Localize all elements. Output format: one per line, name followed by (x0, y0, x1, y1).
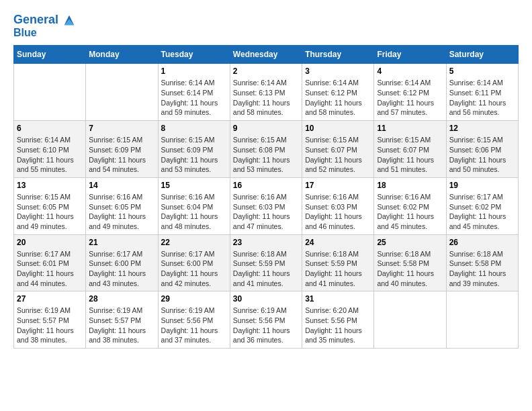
calendar-week-row: 20Sunrise: 6:17 AM Sunset: 6:01 PM Dayli… (14, 234, 519, 291)
calendar-cell: 23Sunrise: 6:18 AM Sunset: 5:59 PM Dayli… (230, 234, 302, 291)
calendar-cell: 4Sunrise: 6:14 AM Sunset: 6:12 PM Daylig… (374, 64, 446, 121)
day-number: 28 (89, 294, 154, 304)
day-number: 7 (89, 124, 154, 133)
calendar-cell: 7Sunrise: 6:15 AM Sunset: 6:09 PM Daylig… (86, 121, 158, 178)
day-number: 15 (161, 181, 227, 190)
calendar-cell: 21Sunrise: 6:17 AM Sunset: 6:00 PM Dayli… (86, 234, 158, 291)
day-info: Sunrise: 6:18 AM Sunset: 5:58 PM Dayligh… (377, 249, 443, 289)
calendar-cell: 24Sunrise: 6:18 AM Sunset: 5:59 PM Dayli… (302, 234, 374, 291)
calendar-cell: 12Sunrise: 6:15 AM Sunset: 6:06 PM Dayli… (446, 121, 518, 178)
day-number: 2 (233, 66, 299, 76)
calendar-week-row: 13Sunrise: 6:15 AM Sunset: 6:05 PM Dayli… (14, 177, 519, 234)
day-info: Sunrise: 6:15 AM Sunset: 6:07 PM Dayligh… (305, 135, 371, 175)
calendar-cell: 30Sunrise: 6:19 AM Sunset: 5:56 PM Dayli… (230, 291, 302, 349)
calendar-header-cell: Monday (86, 46, 158, 64)
calendar-cell: 31Sunrise: 6:20 AM Sunset: 5:56 PM Dayli… (302, 291, 374, 349)
calendar-cell: 8Sunrise: 6:15 AM Sunset: 6:09 PM Daylig… (158, 121, 230, 178)
calendar-cell: 28Sunrise: 6:19 AM Sunset: 5:57 PM Dayli… (86, 291, 158, 349)
calendar-body: 1Sunrise: 6:14 AM Sunset: 6:14 PM Daylig… (14, 64, 519, 349)
calendar-header-cell: Saturday (446, 46, 518, 64)
calendar-header-cell: Wednesday (230, 46, 302, 64)
calendar-header-cell: Tuesday (158, 46, 230, 64)
day-number: 18 (377, 181, 443, 190)
day-number: 12 (449, 124, 515, 133)
day-info: Sunrise: 6:19 AM Sunset: 5:57 PM Dayligh… (89, 306, 154, 345)
day-info: Sunrise: 6:16 AM Sunset: 6:03 PM Dayligh… (233, 192, 299, 232)
calendar-header-row: SundayMondayTuesdayWednesdayThursdayFrid… (14, 46, 519, 64)
day-info: Sunrise: 6:17 AM Sunset: 6:01 PM Dayligh… (17, 249, 83, 289)
calendar-cell: 10Sunrise: 6:15 AM Sunset: 6:07 PM Dayli… (302, 121, 374, 178)
calendar-cell: 29Sunrise: 6:19 AM Sunset: 5:56 PM Dayli… (158, 291, 230, 349)
day-number: 20 (17, 238, 83, 247)
day-info: Sunrise: 6:16 AM Sunset: 6:03 PM Dayligh… (305, 192, 371, 232)
calendar-cell: 5Sunrise: 6:14 AM Sunset: 6:11 PM Daylig… (446, 64, 518, 121)
svg-marker-1 (64, 19, 74, 25)
day-info: Sunrise: 6:14 AM Sunset: 6:12 PM Dayligh… (377, 78, 443, 118)
calendar-cell: 17Sunrise: 6:16 AM Sunset: 6:03 PM Dayli… (302, 177, 374, 234)
day-info: Sunrise: 6:15 AM Sunset: 6:05 PM Dayligh… (17, 192, 83, 232)
day-number: 31 (305, 294, 371, 304)
logo-blue: Blue (13, 27, 75, 39)
day-number: 4 (377, 66, 443, 76)
logo: General Blue (13, 13, 75, 38)
day-info: Sunrise: 6:17 AM Sunset: 6:02 PM Dayligh… (449, 192, 515, 232)
day-info: Sunrise: 6:15 AM Sunset: 6:09 PM Dayligh… (161, 135, 227, 175)
calendar-cell: 20Sunrise: 6:17 AM Sunset: 6:01 PM Dayli… (14, 234, 86, 291)
day-number: 21 (89, 238, 154, 247)
day-info: Sunrise: 6:14 AM Sunset: 6:10 PM Dayligh… (17, 135, 83, 175)
day-info: Sunrise: 6:18 AM Sunset: 5:59 PM Dayligh… (305, 249, 371, 289)
day-info: Sunrise: 6:14 AM Sunset: 6:14 PM Dayligh… (161, 78, 227, 118)
calendar-cell: 3Sunrise: 6:14 AM Sunset: 6:12 PM Daylig… (302, 64, 374, 121)
day-info: Sunrise: 6:16 AM Sunset: 6:05 PM Dayligh… (89, 192, 154, 232)
calendar-cell (446, 291, 518, 349)
day-info: Sunrise: 6:16 AM Sunset: 6:02 PM Dayligh… (377, 192, 443, 232)
day-number: 23 (233, 238, 299, 247)
calendar-cell: 19Sunrise: 6:17 AM Sunset: 6:02 PM Dayli… (446, 177, 518, 234)
calendar-table: SundayMondayTuesdayWednesdayThursdayFrid… (13, 45, 519, 349)
calendar-cell: 16Sunrise: 6:16 AM Sunset: 6:03 PM Dayli… (230, 177, 302, 234)
day-number: 30 (233, 294, 299, 304)
day-number: 11 (377, 124, 443, 133)
calendar-cell: 15Sunrise: 6:16 AM Sunset: 6:04 PM Dayli… (158, 177, 230, 234)
day-number: 22 (161, 238, 227, 247)
page-header: General Blue (13, 13, 519, 38)
logo-general: General (13, 13, 58, 26)
day-number: 19 (449, 181, 515, 190)
day-number: 14 (89, 181, 154, 190)
day-number: 17 (305, 181, 371, 190)
day-number: 16 (233, 181, 299, 190)
calendar-cell (14, 64, 86, 121)
day-info: Sunrise: 6:18 AM Sunset: 5:59 PM Dayligh… (233, 249, 299, 289)
day-number: 25 (377, 238, 443, 247)
logo-text: General (13, 13, 75, 27)
calendar-week-row: 1Sunrise: 6:14 AM Sunset: 6:14 PM Daylig… (14, 64, 519, 121)
day-info: Sunrise: 6:17 AM Sunset: 6:00 PM Dayligh… (161, 249, 227, 289)
day-number: 5 (449, 66, 515, 76)
day-number: 8 (161, 124, 227, 133)
calendar-cell: 18Sunrise: 6:16 AM Sunset: 6:02 PM Dayli… (374, 177, 446, 234)
day-number: 1 (161, 66, 227, 76)
day-info: Sunrise: 6:19 AM Sunset: 5:56 PM Dayligh… (161, 306, 227, 345)
day-info: Sunrise: 6:16 AM Sunset: 6:04 PM Dayligh… (161, 192, 227, 232)
calendar-cell: 2Sunrise: 6:14 AM Sunset: 6:13 PM Daylig… (230, 64, 302, 121)
calendar-cell: 25Sunrise: 6:18 AM Sunset: 5:58 PM Dayli… (374, 234, 446, 291)
day-info: Sunrise: 6:17 AM Sunset: 6:00 PM Dayligh… (89, 249, 154, 289)
calendar-cell: 13Sunrise: 6:15 AM Sunset: 6:05 PM Dayli… (14, 177, 86, 234)
logo-icon (63, 14, 75, 26)
day-info: Sunrise: 6:14 AM Sunset: 6:13 PM Dayligh… (233, 78, 299, 118)
calendar-cell: 26Sunrise: 6:18 AM Sunset: 5:58 PM Dayli… (446, 234, 518, 291)
day-number: 27 (17, 294, 83, 304)
day-info: Sunrise: 6:14 AM Sunset: 6:12 PM Dayligh… (305, 78, 371, 118)
day-number: 24 (305, 238, 371, 247)
calendar-header-cell: Sunday (14, 46, 86, 64)
calendar-cell: 6Sunrise: 6:14 AM Sunset: 6:10 PM Daylig… (14, 121, 86, 178)
day-info: Sunrise: 6:15 AM Sunset: 6:09 PM Dayligh… (89, 135, 154, 175)
calendar-cell: 1Sunrise: 6:14 AM Sunset: 6:14 PM Daylig… (158, 64, 230, 121)
calendar-week-row: 6Sunrise: 6:14 AM Sunset: 6:10 PM Daylig… (14, 121, 519, 178)
day-info: Sunrise: 6:19 AM Sunset: 5:57 PM Dayligh… (17, 306, 83, 345)
day-number: 26 (449, 238, 515, 247)
calendar-cell (86, 64, 158, 121)
calendar-header-cell: Friday (374, 46, 446, 64)
calendar-cell: 14Sunrise: 6:16 AM Sunset: 6:05 PM Dayli… (86, 177, 158, 234)
calendar-header: SundayMondayTuesdayWednesdayThursdayFrid… (14, 46, 519, 64)
